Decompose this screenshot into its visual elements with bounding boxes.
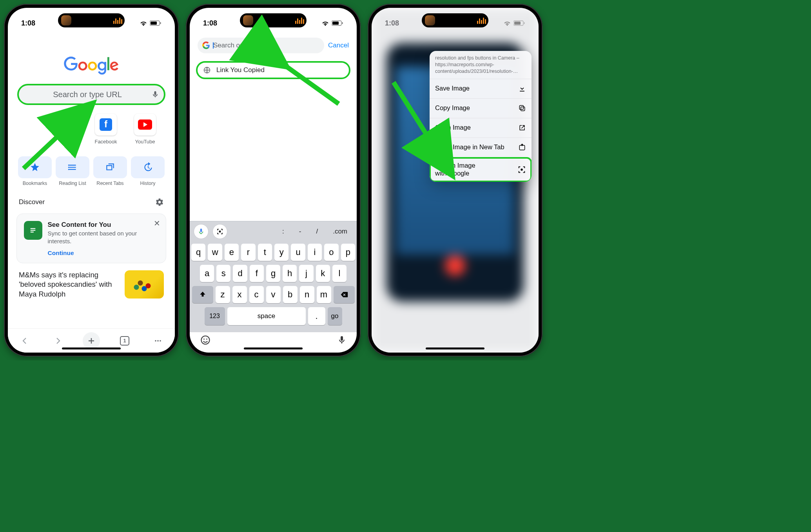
battery-icon <box>150 20 161 26</box>
svg-rect-21 <box>514 22 521 25</box>
discover-card-subtitle: Sync to get content based on your intere… <box>48 230 159 246</box>
key-u[interactable]: u <box>291 244 305 261</box>
key-t[interactable]: t <box>258 244 272 261</box>
dictate-icon[interactable] <box>337 335 347 347</box>
key-v[interactable]: v <box>266 286 281 303</box>
battery-icon <box>332 20 343 26</box>
keyboard-suggestion-bar: : - / .com <box>190 221 357 241</box>
key-f[interactable]: f <box>250 265 264 282</box>
key-h[interactable]: h <box>283 265 297 282</box>
key-p[interactable]: p <box>341 244 355 261</box>
key-j[interactable]: j <box>299 265 313 282</box>
dynamic-island <box>422 13 488 27</box>
svg-point-7 <box>155 340 157 342</box>
svg-point-18 <box>206 338 207 340</box>
phone-frame-3: 1:08 resolution and fps buttons in Camer… <box>368 4 542 356</box>
forward-button[interactable] <box>49 332 67 349</box>
svg-rect-25 <box>519 145 524 150</box>
shift-key[interactable] <box>192 286 213 303</box>
mic-icon[interactable] <box>151 90 159 99</box>
wifi-icon <box>140 20 147 26</box>
back-button[interactable] <box>16 332 33 349</box>
search-bar[interactable]: Search or type URL <box>18 85 165 104</box>
tabs-button[interactable]: 1 <box>116 332 133 349</box>
dynamic-island <box>58 13 125 27</box>
news-headline: M&Ms says it's replacing 'beloved spokes… <box>19 270 119 300</box>
pill-bookmarks[interactable]: Bookmarks <box>18 156 52 186</box>
menu-open-image[interactable]: Open Image <box>430 118 532 138</box>
kb-suggestion[interactable]: - <box>294 228 307 235</box>
more-button[interactable] <box>149 332 167 349</box>
new-tab-button[interactable] <box>83 332 100 349</box>
discover-card-title: See Content for You <box>48 221 159 229</box>
key-x[interactable]: x <box>232 286 247 303</box>
voice-search-icon[interactable] <box>194 224 209 239</box>
key-r[interactable]: r <box>241 244 255 261</box>
backspace-key[interactable] <box>334 286 355 303</box>
status-time: 1:08 <box>203 19 217 27</box>
svg-point-8 <box>158 340 159 342</box>
key-k[interactable]: k <box>316 265 330 282</box>
home-indicator[interactable] <box>62 347 121 349</box>
close-icon[interactable]: ✕ <box>154 219 160 227</box>
phone-frame-1: 1:08 Search or type URL <box>4 4 179 356</box>
go-key[interactable]: go <box>328 307 342 325</box>
phone-frame-2: 1:08 Search or type URL Cancel <box>186 4 361 356</box>
kb-suggestion[interactable]: / <box>310 228 323 235</box>
svg-rect-15 <box>219 230 221 232</box>
home-indicator[interactable] <box>426 347 484 349</box>
key-z[interactable]: z <box>216 286 230 303</box>
key-o[interactable]: o <box>324 244 338 261</box>
key-n[interactable]: n <box>300 286 314 303</box>
cancel-button[interactable]: Cancel <box>328 42 349 49</box>
key-e[interactable]: e <box>225 244 239 261</box>
menu-copy-image[interactable]: Copy Image <box>430 99 532 118</box>
battery-icon <box>513 20 525 26</box>
emoji-icon[interactable] <box>200 335 211 347</box>
google-logo <box>64 56 119 77</box>
url-placeholder: Search or type URL <box>213 42 272 49</box>
svg-rect-13 <box>342 22 343 24</box>
news-item[interactable]: M&Ms says it's replacing 'beloved spokes… <box>8 266 175 300</box>
status-time: 1:08 <box>21 19 35 27</box>
pill-reading-list[interactable]: Reading List <box>56 156 89 186</box>
key-g[interactable]: g <box>266 265 280 282</box>
discover-card: ✕ See Content for You Sync to get conten… <box>16 214 166 263</box>
search-placeholder: Search or type URL <box>24 90 151 99</box>
kb-suggestion[interactable]: .com <box>327 228 353 235</box>
discover-card-cta[interactable]: Continue <box>48 250 74 257</box>
key-q[interactable]: q <box>191 244 205 261</box>
youtube-icon <box>138 119 152 130</box>
space-key[interactable]: space <box>227 307 306 325</box>
key-w[interactable]: w <box>208 244 222 261</box>
menu-search-image-google[interactable]: Search Image with Google <box>430 157 532 182</box>
svg-rect-23 <box>521 107 525 111</box>
kb-suggestion[interactable]: : <box>277 228 290 235</box>
gear-icon[interactable] <box>155 198 164 206</box>
home-indicator[interactable] <box>244 347 303 349</box>
menu-save-image[interactable]: Save Image <box>430 79 532 99</box>
pill-recent-tabs[interactable]: Recent Tabs <box>93 156 127 186</box>
google-g-icon <box>202 42 210 49</box>
qr-scan-icon[interactable] <box>212 224 227 239</box>
link-you-copied[interactable]: Link You Copied <box>196 61 350 79</box>
menu-open-new-tab[interactable]: Open Image in New Tab <box>430 138 532 157</box>
shortcut-youtube[interactable]: YouTube <box>131 114 159 145</box>
url-input[interactable]: Search or type URL <box>198 38 324 53</box>
key-l[interactable]: l <box>332 265 347 282</box>
key-a[interactable]: a <box>200 265 214 282</box>
key-m[interactable]: m <box>317 286 331 303</box>
shortcut-facebook[interactable]: Facebook <box>92 114 120 145</box>
key-s[interactable]: s <box>216 265 230 282</box>
period-key[interactable]: . <box>308 307 325 325</box>
svg-rect-12 <box>332 22 339 25</box>
pill-history[interactable]: History <box>131 156 165 186</box>
key-y[interactable]: y <box>274 244 288 261</box>
discover-label: Discover <box>19 198 45 206</box>
key-b[interactable]: b <box>283 286 298 303</box>
numbers-key[interactable]: 123 <box>205 307 225 325</box>
key-i[interactable]: i <box>308 244 322 261</box>
key-d[interactable]: d <box>233 265 247 282</box>
key-c[interactable]: c <box>249 286 264 303</box>
external-link-icon <box>518 124 526 132</box>
